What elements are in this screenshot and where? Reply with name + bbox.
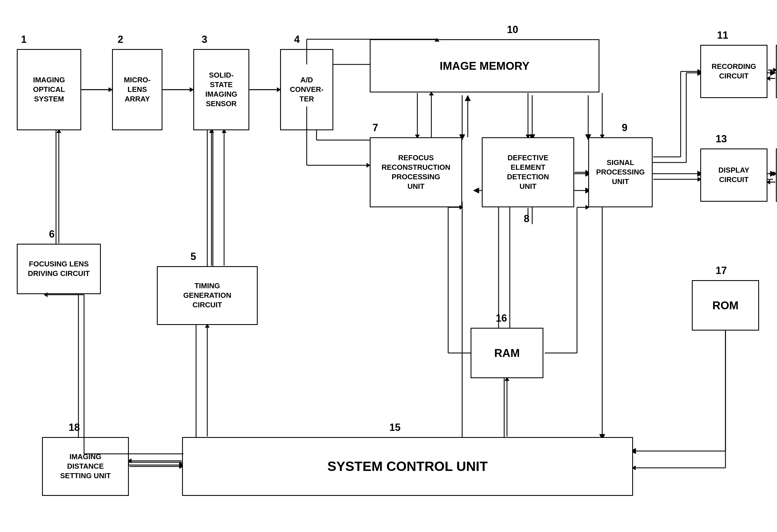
num-5: 5 [191,251,196,262]
block-image-memory: IMAGE MEMORY [370,39,599,92]
block-rom: ROM [692,280,759,331]
block-micro-lens: MICRO-LENSARRAY [112,49,162,130]
num-9: 9 [622,122,628,134]
num-8: 8 [524,213,529,225]
svg-marker-26 [770,70,776,76]
num-16: 16 [496,312,507,324]
block-recording-medium: RECORDINGMEDIUM [776,45,777,98]
block-display-device: DISPLAYDEVICE [776,148,777,202]
block-ram: RAM [470,328,543,378]
diagram: IMAGING OPTICAL SYSTEM 1 MICRO-LENSARRAY… [0,0,777,532]
num-15: 15 [390,422,401,433]
block-system-control: SYSTEM CONTROL UNIT [182,437,633,496]
num-2: 2 [118,34,123,45]
svg-marker-58 [473,188,479,193]
block-imaging-optical: IMAGING OPTICAL SYSTEM [17,49,81,130]
svg-marker-67 [465,95,470,101]
num-6: 6 [49,228,54,240]
num-7: 7 [372,122,378,134]
block-signal-proc: SIGNALPROCESSINGUNIT [588,137,653,207]
num-10: 10 [507,24,518,35]
block-defective: DEFECTIVEELEMENTDETECTIONUNIT [482,137,574,207]
block-focusing: FOCUSING LENSDRIVING CIRCUIT [17,244,101,294]
block-refocus: REFOCUSRECONSTRUCTIONPROCESSINGUNIT [370,137,462,207]
svg-marker-69 [109,87,112,92]
block-solid-state: SOLID-STATEIMAGINGSENSOR [193,49,249,130]
num-11: 11 [717,29,728,41]
block-ad-converter: A/DCONVER-TER [280,49,333,130]
svg-marker-30 [770,171,776,177]
num-3: 3 [202,34,207,45]
svg-marker-71 [190,87,193,92]
num-18: 18 [69,422,80,433]
num-1: 1 [21,34,27,45]
block-imaging-distance: IMAGINGDISTANCESETTING UNIT [42,437,129,496]
num-13: 13 [716,133,727,145]
num-4: 4 [294,34,300,45]
block-display-circuit: DISPLAYCIRCUIT [700,148,768,202]
block-timing: TIMINGGENERATIONCIRCUIT [157,266,258,325]
num-17: 17 [716,265,727,277]
block-recording-circuit: RECORDINGCIRCUIT [700,45,768,98]
